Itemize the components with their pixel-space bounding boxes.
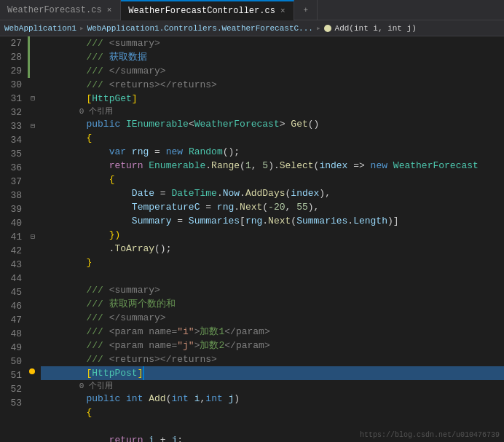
code-line-46: /// <param name="i">加数1</param> [41,325,504,339]
nav-controller[interactable]: WebApplication1.Controllers.WeatherForec… [87,24,313,33]
nav-bar: WebApplication1 ▸ WebApplication1.Contro… [0,20,504,36]
ln-38: 38 [0,189,22,202]
nav-project[interactable]: WebApplication1 [4,24,76,33]
tab-weatherforecastcontroller[interactable]: WeatherForecastController.cs × [121,0,294,20]
code-line-35: { [41,173,504,186]
code-line-29: /// </summary> [41,64,504,78]
ref-count-post: 0 个引用 [41,380,504,392]
ln-44: 44 [0,272,22,285]
ln-30: 30 [0,78,22,92]
ln-42: 42 [0,244,22,258]
code-line-41: } [41,256,504,269]
ln-37: 37 [0,175,22,189]
nav-method[interactable]: Add(int i, int j) [335,24,417,33]
code-line-33: var rng = new Random(); [41,145,504,159]
nav-sep2: ▸ [316,23,321,33]
code-line-38: Summary = Summaries[rng.Next(Summaries.L… [41,214,504,228]
tab-close-extra[interactable]: + [302,5,310,15]
ln-34: 34 [0,133,22,147]
tab-label: WeatherForecast.cs [7,5,102,15]
code-line-31: public IEnumerable<WeatherForecast> Get(… [41,117,504,131]
code-line-49: [HttpPost] [41,366,504,380]
ln-32: 32 [0,106,22,119]
nav-sep1: ▸ [79,23,84,33]
tab-close[interactable]: × [106,5,114,15]
code-line-43: /// <summary> [41,283,504,297]
tab-close-active[interactable]: × [279,6,287,16]
ln-28: 28 [0,50,22,64]
code-line-34: return Enumerable.Range(1, 5).Select(ind… [41,159,504,173]
collapse-31[interactable]: ⊟ [28,92,38,106]
ln-27: 27 [0,36,22,50]
code-line-40: .ToArray(); [41,242,504,256]
code-line-32: { [41,131,504,145]
tab-bar: WeatherForecast.cs × WeatherForecastCont… [0,0,504,20]
ln-47: 47 [0,313,22,327]
ln-35: 35 [0,147,22,161]
ln-46: 46 [0,299,22,313]
code-line-47: /// <param name="j">加数2</param> [41,339,504,352]
method-icon [324,25,331,32]
collapse-34[interactable]: ⊟ [28,119,38,133]
ln-51: 51 [0,368,22,382]
code-line-28: /// 获取数据 [41,50,504,64]
code-line-37: TemperatureC = rng.Next(-20, 55), [41,200,504,214]
code-line-51: { [41,406,504,419]
tab-extra[interactable]: + [294,0,318,20]
ref-count-get: 0 个引用 [41,106,504,117]
code-area[interactable]: /// <summary> /// 获取数据 /// </summary> //… [38,36,504,442]
code-line-48: /// <returns></returns> [41,352,504,366]
ln-48: 48 [0,327,22,341]
ln-53: 53 [0,396,22,410]
code-line-44: /// 获取两个数的和 [41,297,504,311]
ln-49: 49 [0,341,22,355]
code-line-45: /// </summary> [41,311,504,325]
ln-29: 29 [0,64,22,78]
ln-45: 45 [0,285,22,299]
code-line-36: Date = DateTime.Now.AddDays(index), [41,186,504,200]
line-numbers: 27 28 29 30 31 32 33 34 35 36 37 38 39 4… [0,36,28,442]
ln-36: 36 [0,161,22,175]
ln-33: 33 [0,119,22,133]
code-line-27: /// <summary> [41,36,504,50]
code-line-50: public int Add(int i,int j) [41,392,504,406]
ln-39: 39 [0,202,22,216]
tab-weatherforecast[interactable]: WeatherForecast.cs × [0,0,121,20]
ln-31: 31 [0,92,22,106]
code-line-httpget: [HttpGet] [41,92,504,106]
indicators-column: ⊟ ⊟ ⊟ [28,36,38,442]
ln-41: 41 [0,230,22,244]
collapse-43[interactable]: ⊟ [28,230,38,244]
ln-40: 40 [0,216,22,230]
editor: 27 28 29 30 31 32 33 34 35 36 37 38 39 4… [0,36,504,442]
current-line-indicator [29,368,35,374]
ln-43: 43 [0,258,22,272]
code-line-42 [41,269,504,283]
green-bar-1 [28,36,30,78]
watermark: https://blog.csdn.net/u010476739 [360,431,500,439]
ln-52: 52 [0,382,22,396]
code-line-39: }) [41,228,504,242]
tab-label-active: WeatherForecastController.cs [128,6,275,16]
code-line-30: /// <returns></returns> [41,78,504,92]
ln-50: 50 [0,355,22,368]
